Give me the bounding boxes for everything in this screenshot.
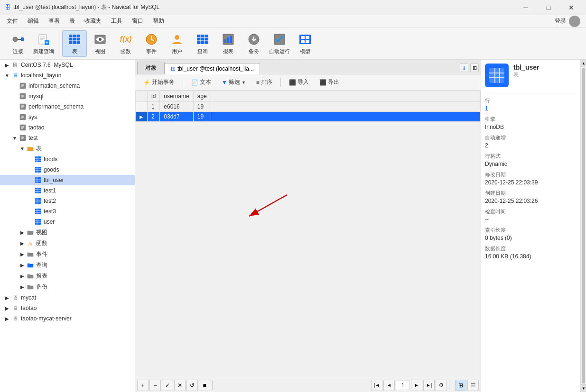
cell-age-2[interactable]: 19 [193,112,211,122]
cell-id-2[interactable]: 2 [148,112,160,122]
filter-button[interactable]: ▼ 筛选 ▼ [217,76,250,88]
expand-icon-perf-schema[interactable] [11,103,18,110]
nav-settings-button[interactable]: ⚙ [436,380,447,391]
backup-button[interactable]: 备份 [242,30,266,57]
expand-icon-func-folder[interactable]: ▶ [19,240,26,247]
function-button[interactable]: f(x) 函数 [113,30,138,57]
sidebar-item-test2[interactable]: test2 [0,196,135,206]
sidebar-item-taotao-server[interactable]: ▶ 🖥 taotao [0,303,135,313]
col-header-age[interactable]: age [193,91,211,102]
sidebar-item-tbl-user[interactable]: tbl_user [0,175,135,185]
sidebar-item-performance-schema[interactable]: performance_schema [0,101,135,112]
expand-icon-mycat[interactable]: ▶ [4,294,10,301]
expand-icon-information-schema[interactable] [11,82,18,89]
expand-icon-centos[interactable]: ▶ [4,62,10,68]
query-button[interactable]: 查询 [190,30,215,57]
sidebar-item-taotao-db[interactable]: taotao [0,122,135,133]
col-header-username[interactable]: username [160,91,193,102]
first-page-button[interactable]: |◄ [371,380,382,391]
expand-icon-sys[interactable] [11,114,18,120]
last-page-button[interactable]: ►| [423,380,435,391]
connect-button[interactable]: 连接 [6,30,30,57]
user-button[interactable]: 用户 [165,30,189,57]
menu-tools[interactable]: 工具 [106,16,127,27]
sidebar-item-user[interactable]: user [0,217,135,227]
table-row[interactable]: ▶ 2 03dd7 19 [136,112,481,122]
expand-icon-localhost[interactable]: ▼ [4,72,10,79]
sidebar-item-test3[interactable]: test3 [0,206,135,217]
objects-tab[interactable]: 对象 [137,62,165,74]
expand-icon-table-folder[interactable]: ▼ [19,146,26,152]
cancel-button[interactable]: ✕ [174,380,186,391]
data-tab[interactable]: ⊞ tbl_user @test (localhost_lia... [165,63,260,74]
begin-transaction-button[interactable]: ⚡ 开始事务 [139,76,179,88]
autorun-button[interactable]: 自动运行 [267,30,292,57]
expand-icon-event-folder[interactable]: ▶ [19,251,26,258]
report-button[interactable]: 报表 [216,30,241,57]
expand-icon-taotao-mycat-server[interactable]: ▶ [4,315,10,322]
export-button[interactable]: ⬛ 导出 [315,76,344,88]
sidebar-item-centos[interactable]: ▶ 🖥 CentOS 7.6_MySQL [0,60,135,70]
stop-button[interactable]: ■ [199,380,210,391]
sidebar-item-report-folder[interactable]: ▶ 报表 [0,271,135,282]
expand-icon-taotao-server[interactable]: ▶ [4,305,10,311]
model-button[interactable]: 模型 [293,30,317,57]
expand-icon-backup-folder[interactable]: ▶ [19,284,26,291]
menu-help[interactable]: 帮助 [148,16,169,27]
maximize-button[interactable]: □ [538,0,559,15]
sidebar-item-information-schema[interactable]: information_schema [0,81,135,91]
expand-icon-view-folder[interactable]: ▶ [19,229,26,236]
event-button[interactable]: 事件 [139,30,164,57]
cell-username-1[interactable]: e6016 [160,102,193,112]
view-button[interactable]: 视图 [88,30,112,57]
sidebar-item-goods[interactable]: goods [0,164,135,175]
close-button[interactable]: ✕ [560,0,582,15]
sidebar-item-table-folder[interactable]: ▼ 表 [0,143,135,154]
info-icon-button[interactable]: ℹ [460,64,468,72]
menu-file[interactable]: 文件 [2,16,23,27]
sidebar-item-sys[interactable]: sys [0,112,135,122]
expand-icon-report-folder[interactable]: ▶ [19,273,26,280]
delete-row-button[interactable]: − [149,380,161,391]
prev-page-button[interactable]: ◄ [383,380,395,391]
confirm-button[interactable]: ✓ [162,380,173,391]
refresh-button[interactable]: ↺ [186,380,198,391]
expand-icon-taotao-db[interactable] [11,124,18,131]
grid-icon-button[interactable]: ⊞ [470,64,479,72]
vertical-scrollbar[interactable]: ▲ ▼ [580,60,586,392]
sidebar-item-view-folder[interactable]: ▶ 视图 [0,227,135,238]
cell-username-2[interactable]: 03dd7 [160,112,193,122]
sidebar-item-taotao-mycat-server[interactable]: ▶ 🖥 taotao-mycat-server [0,313,135,324]
page-number[interactable]: 1 [396,381,410,390]
sidebar-item-backup-folder[interactable]: ▶ 备份 [0,282,135,292]
menu-edit[interactable]: 编辑 [23,16,44,27]
grid-view-button[interactable]: ⊞ [455,380,466,391]
col-header-id[interactable]: id [148,91,160,102]
next-page-button[interactable]: ► [411,380,422,391]
new-query-button[interactable]: + 新建查询 [31,30,56,57]
table-row[interactable]: 1 e6016 19 [136,102,481,112]
sidebar-item-test1[interactable]: test1 [0,185,135,196]
form-view-button[interactable]: ☰ [467,380,479,391]
table-button[interactable]: 表 [62,30,87,57]
expand-icon-test[interactable]: ▼ [11,135,18,141]
cell-id-1[interactable]: 1 [148,102,160,112]
sidebar-item-test[interactable]: ▼ test [0,133,135,143]
sidebar-item-mysql[interactable]: mysql [0,91,135,101]
menu-favorites[interactable]: 收藏夹 [80,16,106,27]
sidebar-item-event-folder[interactable]: ▶ 事件 [0,249,135,260]
menu-table[interactable]: 表 [65,16,80,27]
sidebar-item-foods[interactable]: foods [0,154,135,164]
scroll-up-button[interactable]: ▲ [581,60,586,67]
sidebar-item-mycat[interactable]: ▶ 🖥 mycat [0,292,135,303]
import-button[interactable]: ⬛ 导入 [285,76,313,88]
sidebar-item-query-folder[interactable]: ▶ 查询 [0,260,135,271]
menu-view[interactable]: 查看 [44,16,65,27]
sort-button[interactable]: ≡ 排序 [252,76,277,88]
login-link[interactable]: 登录 [555,17,566,25]
scroll-thumb[interactable] [582,68,585,383]
sidebar-item-func-folder[interactable]: ▶ fx 函数 [0,238,135,249]
expand-icon-mysql[interactable] [11,93,18,100]
sidebar-item-localhost[interactable]: ▼ 🖥 localhost_liayun [0,70,135,81]
menu-window[interactable]: 窗口 [127,16,148,27]
